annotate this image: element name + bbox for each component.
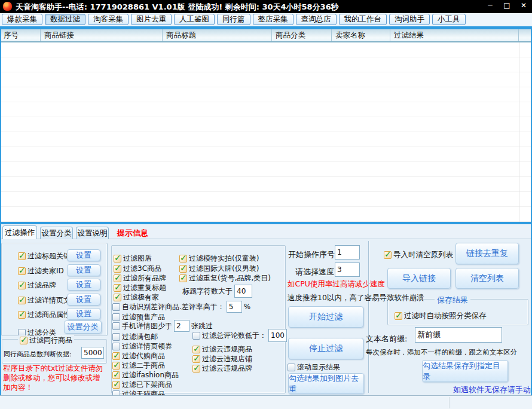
col-header-link[interactable]: 商品链接 — [41, 29, 163, 41]
results-table-body[interactable] — [0, 42, 532, 222]
panel-tab-strip: 过滤操作 设置分类 设置说明 提示信息 — [0, 224, 532, 239]
filter-cloud-brand-checkbox[interactable] — [192, 365, 200, 373]
filter-brand-checkbox[interactable] — [18, 282, 26, 289]
phone-detail-count-input[interactable]: 2 — [174, 320, 189, 332]
status-bar — [0, 395, 532, 409]
close-icon[interactable]: ✕ — [519, 1, 528, 10]
stop-filter-button[interactable]: 停止过滤 — [288, 338, 363, 359]
set-detail-text-button[interactable]: 设置 — [67, 294, 100, 306]
set-category-button[interactable]: 设置分类 — [64, 321, 102, 334]
peer-count-input[interactable]: 5000 — [81, 347, 104, 359]
nav-tab-burst-collect[interactable]: 爆款采集 — [2, 14, 42, 25]
bad-review-rate-input[interactable]: 5 — [227, 301, 242, 313]
checkbox-label: 过滤二手商品 — [122, 361, 165, 371]
filter-dup-title-checkbox[interactable] — [114, 284, 121, 292]
col-header-seller[interactable]: 卖家名称 — [332, 29, 390, 41]
checkbox-label: 过滤图盾 — [123, 254, 152, 264]
filter-peer-products-checkbox[interactable] — [20, 337, 27, 344]
nav-tab-tools[interactable]: 小工具 — [432, 14, 466, 25]
clear-on-import-checkbox[interactable] — [384, 251, 392, 259]
checkbox-label: 过滤3C商品 — [123, 264, 161, 274]
filter-free-ship-checkbox[interactable] — [112, 333, 120, 341]
checkbox-label: 过滤已下架商品 — [122, 380, 172, 390]
min-comments-row: 过滤总评论数低于： 100 — [192, 329, 287, 342]
min-comments-checkbox[interactable] — [192, 332, 200, 340]
filter-all-brands-checkbox[interactable] — [114, 274, 121, 282]
checkbox-label: 自动识别差评商品.差评率高于： — [122, 302, 225, 312]
checkbox-label: 滚动显示结果 — [297, 362, 340, 373]
minimize-icon[interactable]: ─ — [485, 1, 495, 10]
nav-tab-whole-store-collect[interactable]: 整店采集 — [253, 14, 293, 25]
filter-secondhand-checkbox[interactable] — [112, 362, 120, 370]
auto-save-checkbox[interactable] — [395, 312, 402, 320]
col-header-title[interactable]: 商品标题 — [163, 29, 272, 41]
tab-settings-help[interactable]: 设置说明 — [76, 227, 109, 239]
filter-seller-id-checkbox[interactable] — [18, 267, 26, 275]
checkbox-label: 导入时清空原列表 — [393, 250, 453, 260]
nav-tab-peer[interactable]: 同行篇 — [217, 14, 250, 25]
filter-ifashion-row: 过滤ifashion商品 — [112, 370, 179, 380]
filter-ifashion-checkbox[interactable] — [112, 371, 120, 379]
speed-input[interactable]: 3 — [335, 263, 360, 277]
checkbox-label: 过滤时自动按照分类保存 — [404, 311, 487, 321]
filter-coupon-checkbox[interactable] — [112, 343, 120, 350]
speed-label: 请选择速度: — [295, 267, 337, 277]
nav-tab-query-store[interactable]: 查询总店 — [296, 14, 337, 25]
col-header-category[interactable]: 商品分类 — [272, 29, 332, 41]
nav-tab-workbench[interactable]: 我的工作台 — [339, 14, 387, 25]
set-product-attr-button[interactable]: 设置 — [67, 308, 100, 320]
filter-intl-brand-checkbox[interactable] — [179, 265, 187, 273]
cpu-warning-text: 如CPU使用率过高请减少速度 — [288, 279, 385, 289]
start-index-input[interactable]: 1 — [335, 245, 360, 260]
filter-model-photo-checkbox[interactable] — [179, 255, 187, 263]
save-to-directory-button[interactable]: 勾选结果保存到指定目录 — [422, 360, 508, 382]
filter-detail-text-checkbox[interactable] — [18, 297, 26, 304]
nav-tab-data-filter[interactable]: 数据过滤 — [45, 14, 85, 25]
checkbox-label: 过滤卖家ID — [27, 266, 64, 276]
filter-cloud-product-row: 过滤云违规商品 — [192, 344, 252, 354]
filter-dup-sku-row: 过滤重复(货号,品牌,类目) — [179, 273, 271, 283]
checkbox-label: 过滤代购商品 — [122, 351, 165, 361]
filter-dup-sku-checkbox[interactable] — [179, 274, 187, 282]
filter-cloud-product-checkbox[interactable] — [192, 346, 200, 353]
prefix-input[interactable]: 新前缀 — [415, 327, 502, 343]
link-dedup-button[interactable]: 链接去重复 — [455, 243, 519, 264]
filter-3c-checkbox[interactable] — [114, 265, 121, 273]
tab-filter-actions[interactable]: 过滤操作 — [2, 225, 37, 239]
filter-daigou-checkbox[interactable] — [112, 352, 120, 360]
col-header-result[interactable]: 过滤结果 — [390, 29, 519, 41]
checkbox-label: 过滤云违规品牌 — [202, 364, 252, 374]
maximize-icon[interactable]: □ — [502, 1, 512, 10]
tab-set-category[interactable]: 设置分类 — [40, 227, 73, 239]
checkbox-label: 手机详情图少于 — [122, 321, 172, 331]
set-brand-button[interactable]: 设置 — [67, 279, 100, 291]
add-to-image-dedup-button[interactable]: 勾选结果加到图片去重 — [288, 373, 364, 394]
filter-presale-checkbox[interactable] — [112, 313, 120, 321]
app-window: 天音淘客助手--电话: 17719028861 V1.01版 登陆成功! 剩余时… — [0, 0, 532, 409]
status-bar-divider — [449, 397, 450, 408]
phone-detail-checkbox[interactable] — [112, 322, 120, 330]
col-header-index[interactable]: 序号 — [0, 29, 41, 41]
nav-tab-manual-review[interactable]: 人工鉴图 — [174, 14, 215, 25]
filter-delisted-checkbox[interactable] — [112, 381, 120, 389]
filter-cloud-shop-checkbox[interactable] — [192, 355, 200, 363]
set-title-keywords-button[interactable]: 设置 — [67, 249, 100, 261]
set-seller-id-button[interactable]: 设置 — [67, 264, 100, 276]
results-table-header: 序号 商品链接 商品标题 商品分类 卖家名称 过滤结果 — [0, 29, 532, 42]
start-filter-button[interactable]: 开始过滤 — [288, 306, 363, 328]
filter-jiyoujia-checkbox[interactable] — [114, 294, 121, 301]
nav-tab-image-dedup[interactable]: 图片去重 — [131, 14, 172, 25]
import-links-button[interactable]: 导入链接 — [387, 268, 451, 289]
filter-product-attr-checkbox[interactable] — [18, 311, 26, 319]
filter-tudun-checkbox[interactable] — [114, 255, 121, 263]
min-comments-input[interactable]: 100 — [268, 329, 287, 342]
scroll-results-checkbox[interactable] — [288, 364, 295, 371]
title-length-input[interactable]: 40 — [234, 285, 252, 298]
nav-tab-taoke-collect[interactable]: 淘客采集 — [88, 14, 129, 25]
table-body-divider — [519, 42, 519, 222]
bad-review-checkbox[interactable] — [112, 303, 120, 311]
nav-tab-taoci-helper[interactable]: 淘词助手 — [389, 14, 430, 25]
filter-title-keywords-checkbox[interactable] — [18, 252, 26, 260]
checkbox-label: 过滤云违规店铺 — [202, 354, 252, 364]
clear-list-button[interactable]: 清空列表 — [455, 268, 519, 289]
